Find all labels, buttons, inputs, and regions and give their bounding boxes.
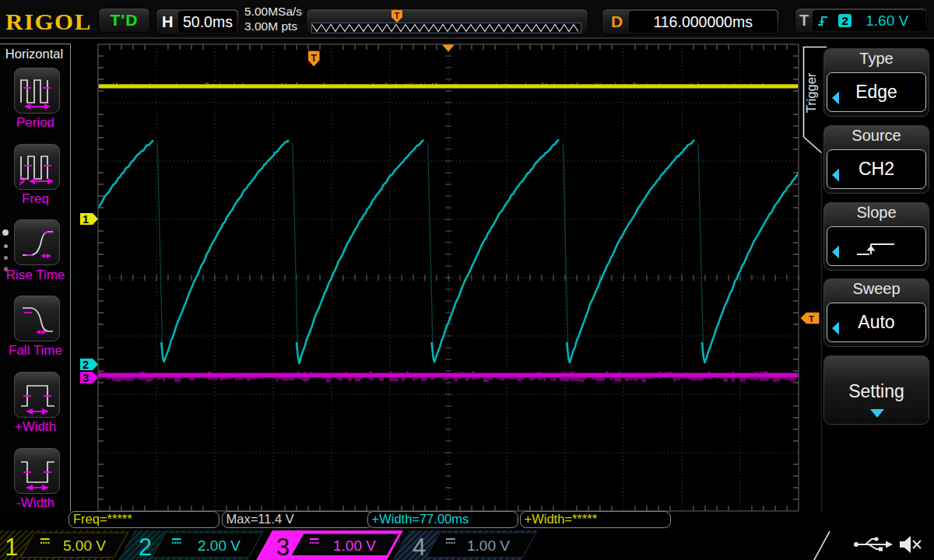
svg-text:2.00 V: 2.00 V: [198, 537, 241, 554]
svg-text:4: 4: [413, 534, 426, 560]
svg-text:5.00 V: 5.00 V: [63, 537, 106, 554]
svg-text:2: 2: [139, 534, 152, 560]
svg-text:1: 1: [5, 534, 18, 560]
svg-text:3: 3: [276, 534, 290, 560]
svg-text:1.00 V: 1.00 V: [333, 537, 376, 554]
svg-text:1.00 V: 1.00 V: [467, 537, 510, 554]
